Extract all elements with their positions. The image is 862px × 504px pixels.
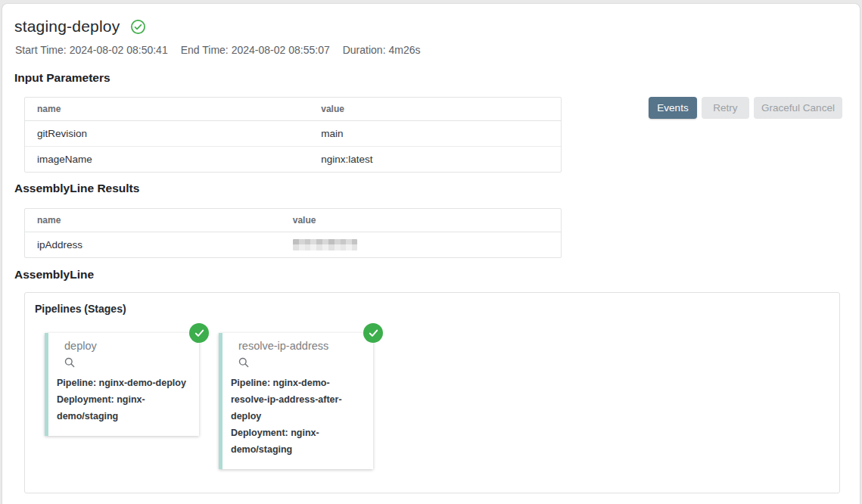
- table-header-row: name value: [25, 209, 561, 232]
- param-value: nginx:latest: [309, 147, 561, 172]
- stages-row: deploy Pipeline: nginx-demo-deploy Deplo…: [45, 333, 373, 469]
- result-name: ipAddress: [25, 232, 281, 257]
- assemblyline-heading: AssemblyLine: [14, 268, 94, 282]
- run-meta: Start Time:2024-08-02 08:50:41 End Time:…: [15, 44, 434, 56]
- check-circle-icon: [130, 19, 146, 35]
- table-row: gitRevision main: [25, 121, 561, 147]
- assemblyline-results-heading: AssemblyLine Results: [14, 182, 139, 195]
- input-parameters-heading: Input Parameters: [14, 71, 110, 85]
- redacted-value: [293, 239, 357, 250]
- column-header-value: value: [281, 209, 561, 232]
- stage-details: Pipeline: nginx-demo-resolve-ip-address-…: [231, 375, 360, 458]
- table-row: ipAddress: [25, 232, 561, 257]
- stage-card-resolve-ip-address[interactable]: resolve-ip-address Pipeline: nginx-demo-…: [219, 333, 373, 469]
- param-value: main: [309, 121, 561, 147]
- pipelines-stages-title: Pipelines (Stages): [35, 303, 126, 315]
- assemblyline-panel: Pipelines (Stages) deploy Pipelin: [24, 292, 840, 493]
- stage-details: Pipeline: nginx-demo-deploy Deployment: …: [57, 375, 186, 425]
- graceful-cancel-button[interactable]: Graceful Cancel: [754, 97, 842, 119]
- stage-name: resolve-ip-address: [238, 340, 366, 352]
- column-header-name: name: [25, 98, 309, 121]
- header: staging-deploy: [14, 17, 146, 36]
- param-name: gitRevision: [25, 121, 309, 147]
- input-parameters-table: name value gitRevision main imageName ng…: [24, 97, 562, 173]
- search-icon[interactable]: [238, 357, 249, 368]
- param-name: imageName: [25, 147, 309, 172]
- column-header-value: value: [309, 98, 561, 121]
- page-card: staging-deploy Start Time:2024-08-02 08:…: [2, 3, 860, 504]
- result-value: [281, 232, 561, 257]
- search-icon[interactable]: [64, 357, 75, 368]
- duration: Duration:4m26s: [343, 44, 421, 56]
- stage-card-deploy[interactable]: deploy Pipeline: nginx-demo-deploy Deplo…: [45, 333, 199, 436]
- stage-name: deploy: [64, 340, 192, 352]
- retry-button[interactable]: Retry: [702, 97, 749, 119]
- check-badge-icon: [363, 323, 383, 343]
- end-time: End Time:2024-08-02 08:55:07: [181, 44, 330, 56]
- stage-pipeline-text: Pipeline: nginx-demo-resolve-ip-address-…: [231, 375, 360, 425]
- check-badge-icon: [189, 323, 209, 343]
- assemblyline-results-table: name value ipAddress: [24, 208, 562, 258]
- table-row: imageName nginx:latest: [25, 147, 561, 172]
- page-title: staging-deploy: [14, 17, 120, 36]
- table-header-row: name value: [25, 98, 561, 121]
- column-header-name: name: [25, 209, 281, 232]
- stage-pipeline-text: Pipeline: nginx-demo-deploy: [57, 375, 186, 391]
- action-buttons: Events Retry Graceful Cancel: [649, 97, 842, 119]
- stage-deployment-text: Deployment: nginx-demo/staging: [231, 425, 360, 458]
- start-time: Start Time:2024-08-02 08:50:41: [15, 44, 168, 56]
- events-button[interactable]: Events: [649, 97, 697, 119]
- stage-deployment-text: Deployment: nginx-demo/staging: [57, 391, 186, 425]
